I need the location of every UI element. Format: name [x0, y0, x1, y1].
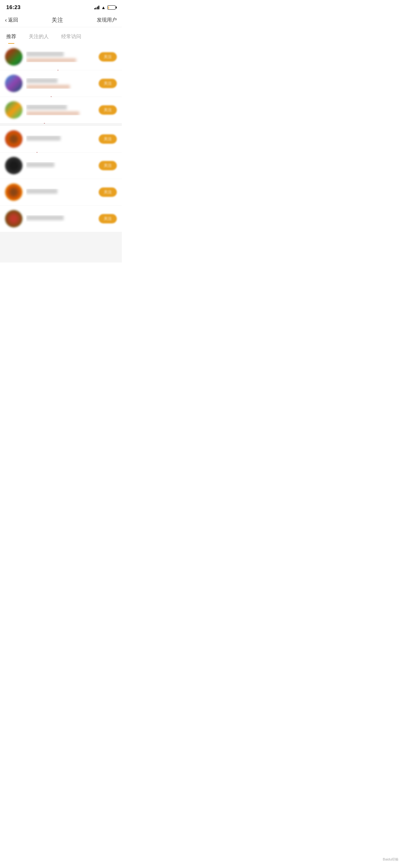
user-name [26, 52, 64, 57]
back-label: 返回 [8, 17, 18, 24]
user-item: 关注 [0, 153, 122, 179]
user-desc [26, 112, 79, 115]
user-info [26, 215, 95, 222]
wifi-icon: ▲ [101, 5, 106, 10]
tab-frequent[interactable]: 经常访问 [55, 31, 88, 44]
user-info [26, 189, 95, 195]
user-item: 关注 [0, 126, 122, 152]
user-info [26, 78, 95, 89]
follow-button[interactable]: 关注 [99, 161, 117, 170]
follow-button[interactable]: 关注 [99, 52, 117, 62]
user-desc [26, 85, 70, 89]
tab-bar: 推荐 关注的人 经常访问 [0, 27, 122, 44]
signal-icon [94, 6, 100, 9]
tab-recommend[interactable]: 推荐 [0, 31, 23, 44]
nav-header: ‹ 返回 关注 发现用户 [0, 13, 122, 27]
avatar [5, 48, 23, 66]
user-info [26, 162, 95, 169]
user-name [26, 135, 61, 141]
avatar [5, 210, 23, 227]
tab-following[interactable]: 关注的人 [23, 31, 55, 44]
battery-icon [107, 5, 115, 10]
back-button[interactable]: ‹ 返回 [5, 17, 18, 24]
follow-button[interactable]: 关注 [99, 214, 117, 223]
follow-button[interactable]: 关注 [99, 105, 117, 115]
user-item: 关注 [0, 70, 122, 97]
user-name [26, 189, 58, 194]
user-item: 关注 [0, 97, 122, 123]
user-item: 关注 [0, 44, 122, 70]
user-item: 关注 [0, 206, 122, 232]
user-name [26, 162, 54, 167]
avatar [5, 183, 23, 201]
user-name [26, 215, 64, 220]
discover-users-button[interactable]: 发现用户 [97, 17, 117, 24]
divider [0, 123, 122, 126]
user-info [26, 52, 95, 62]
avatar [5, 75, 23, 92]
user-info [26, 135, 95, 143]
user-desc [26, 58, 76, 62]
status-icons: ▲ [94, 5, 115, 10]
status-time: 16:23 [6, 4, 21, 11]
follow-button[interactable]: 关注 [99, 134, 117, 144]
user-info [26, 105, 95, 115]
user-name [26, 105, 67, 110]
avatar [5, 157, 23, 174]
status-bar: 16:23 ▲ [0, 0, 122, 13]
back-chevron-icon: ‹ [5, 17, 7, 24]
avatar [5, 101, 23, 119]
follow-button[interactable]: 关注 [99, 187, 117, 197]
page-title: 关注 [52, 16, 63, 24]
content-area: 关注 关注 关注 关注 [0, 44, 122, 262]
follow-button[interactable]: 关注 [99, 79, 117, 88]
avatar [5, 130, 23, 148]
user-item: 关注 [0, 179, 122, 205]
user-name [26, 78, 58, 83]
